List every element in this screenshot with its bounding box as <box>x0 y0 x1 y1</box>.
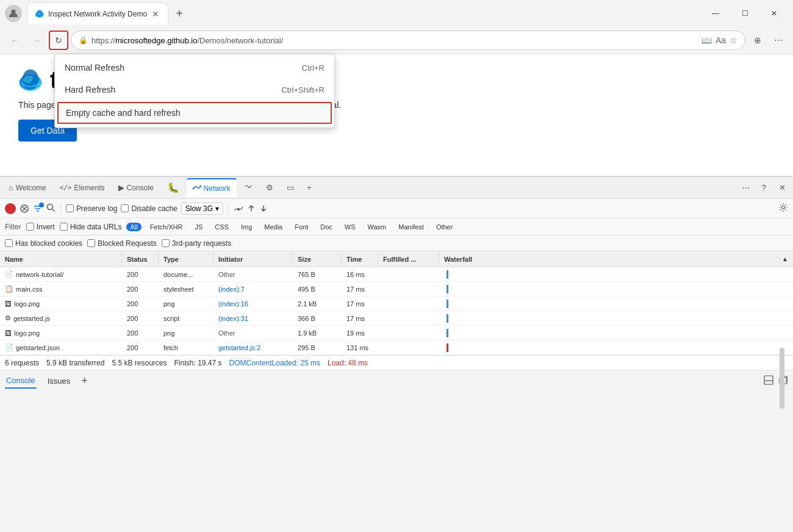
third-party-input[interactable] <box>162 239 170 247</box>
tab-performance[interactable] <box>238 179 259 196</box>
collections-icon[interactable]: ⊕ <box>748 31 767 50</box>
normal-refresh-menu-item[interactable]: Normal Refresh Ctrl+R <box>55 57 334 79</box>
filter-ws-button[interactable]: WS <box>341 223 359 231</box>
filter-media-button[interactable]: Media <box>260 223 286 231</box>
back-button[interactable]: ← <box>5 31 24 50</box>
header-name[interactable]: Name <box>0 251 122 267</box>
translate-icon[interactable]: Aa <box>716 35 726 45</box>
hard-refresh-menu-item[interactable]: Hard Refresh Ctrl+Shift+R <box>55 79 334 101</box>
close-button[interactable]: ✕ <box>760 4 788 23</box>
filter-icon-container[interactable] <box>33 204 43 214</box>
preserve-log-label: Preserve log <box>76 204 117 213</box>
upload-icon[interactable] <box>247 204 256 213</box>
invert-input[interactable] <box>26 223 34 231</box>
initiator-link-1[interactable]: (index):7 <box>218 286 245 293</box>
active-tab[interactable]: Inspect Network Activity Demo ✕ <box>27 2 168 24</box>
blocked-cookies-input[interactable] <box>5 239 13 247</box>
invert-checkbox[interactable]: Invert <box>26 223 55 231</box>
reader-icon[interactable]: 📖 <box>702 35 712 45</box>
waterfall-5 <box>444 343 448 352</box>
tab-elements[interactable]: </> Elements <box>54 180 111 196</box>
throttle-select[interactable]: Slow 3G ▾ <box>181 203 223 215</box>
search-button[interactable] <box>46 203 56 214</box>
initiator-link-2[interactable]: (index):16 <box>218 300 248 307</box>
filter-js-button[interactable]: JS <box>191 223 206 231</box>
blocked-requests-checkbox[interactable]: Blocked Requests <box>87 239 157 248</box>
minimize-button[interactable]: — <box>702 4 730 23</box>
waterfall-scrollbar[interactable] <box>780 348 784 409</box>
add-bottom-tab-button[interactable]: + <box>81 375 88 387</box>
tab-close-button[interactable]: ✕ <box>151 9 160 19</box>
table-row[interactable]: 📋 main.css 200 stylesheet (index):7 495 … <box>0 282 793 297</box>
header-waterfall[interactable]: Waterfall ▲ <box>439 251 793 267</box>
preserve-log-checkbox[interactable]: Preserve log <box>66 204 117 213</box>
header-size[interactable]: Size <box>293 251 342 267</box>
hide-data-urls-checkbox[interactable]: Hide data URLs <box>60 223 122 231</box>
preserve-log-input[interactable] <box>66 204 74 212</box>
download-icon[interactable] <box>259 204 268 213</box>
tab-debug[interactable]: 🐛 <box>161 178 185 197</box>
initiator-link-5[interactable]: getstarted.js:2 <box>218 344 260 351</box>
record-button[interactable] <box>5 203 16 214</box>
header-type[interactable]: Type <box>159 251 214 267</box>
filter-other-button[interactable]: Other <box>432 223 457 231</box>
address-bar[interactable]: 🔒 https://microsoftedge.github.io/Demos/… <box>71 31 745 50</box>
header-status[interactable]: Status <box>122 251 159 267</box>
cell-type-3: script <box>159 311 214 325</box>
filter-doc-button[interactable]: Doc <box>317 223 336 231</box>
maximize-button[interactable]: ☐ <box>731 4 759 23</box>
tab-device[interactable]: ▭ <box>281 179 300 196</box>
debug-icon: 🐛 <box>167 182 179 193</box>
table-row[interactable]: ⚙ getstarted.js 200 script (index):31 36… <box>0 311 793 326</box>
header-initiator[interactable]: Initiator <box>214 251 293 267</box>
empty-cache-menu-item[interactable]: Empty cache and hard refresh <box>57 102 332 124</box>
filter-fetch-button[interactable]: Fetch/XHR <box>146 223 187 231</box>
table-row[interactable]: 🖼 logo.png 200 png Other 1.9 kB 19 ms <box>0 326 793 340</box>
tab-settings-dt[interactable]: ⚙ <box>260 179 279 196</box>
filter-font-button[interactable]: Font <box>291 223 312 231</box>
file-icon-2: 🖼 <box>5 300 12 307</box>
dock-icon[interactable] <box>764 375 773 387</box>
header-fulfilled[interactable]: Fulfilled ... <box>378 251 439 267</box>
bottom-tab-console[interactable]: Console <box>5 373 37 389</box>
tab-welcome[interactable]: ⌂ Welcome <box>2 179 52 196</box>
blocked-cookies-checkbox[interactable]: Has blocked cookies <box>5 239 82 248</box>
cell-name-0: 📄 network-tutorial/ <box>0 267 122 281</box>
bottom-tab-issues[interactable]: Issues <box>46 374 72 388</box>
tab-console[interactable]: ▶ Console <box>112 179 160 196</box>
filter-img-button[interactable]: Img <box>237 223 256 231</box>
close-devtools-button[interactable]: ✕ <box>773 179 791 196</box>
network-settings-icon[interactable] <box>778 203 788 215</box>
initiator-link-3[interactable]: (index):31 <box>218 315 248 322</box>
blocked-requests-input[interactable] <box>87 239 95 247</box>
filter-wasm-button[interactable]: Wasm <box>364 223 390 231</box>
filter-css-button[interactable]: CSS <box>211 223 232 231</box>
filter-all-button[interactable]: All <box>126 223 141 231</box>
tab-add[interactable]: + <box>301 180 318 196</box>
table-row[interactable]: 🖼 logo.png 200 png (index):16 2.1 kB 17 … <box>0 297 793 311</box>
header-time[interactable]: Time <box>342 251 378 267</box>
more-tools-button[interactable]: ⋯ <box>737 179 754 196</box>
requests-count: 6 requests <box>5 359 39 367</box>
table-row[interactable]: 📄 getstarted.json 200 fetch getstarted.j… <box>0 340 793 355</box>
star-icon[interactable]: ☆ <box>730 35 737 45</box>
tab-network[interactable]: Network <box>187 178 237 197</box>
cell-name-4: 🖼 logo.png <box>0 326 122 340</box>
new-tab-button[interactable]: + <box>171 5 188 22</box>
filter-manifest-button[interactable]: Manifest <box>395 223 428 231</box>
clear-button[interactable] <box>20 204 29 214</box>
cell-name-3: ⚙ getstarted.js <box>0 311 122 325</box>
disable-cache-input[interactable] <box>121 204 129 212</box>
menu-button[interactable]: ⋯ <box>769 31 788 50</box>
cell-waterfall-4 <box>439 326 793 340</box>
waterfall-1 <box>444 285 448 293</box>
disable-cache-checkbox[interactable]: Disable cache <box>121 204 177 213</box>
refresh-button[interactable]: ↻ <box>49 31 68 50</box>
table-row[interactable]: 📄 network-tutorial/ 200 docume... Other … <box>0 267 793 282</box>
help-button[interactable]: ? <box>755 179 772 196</box>
hide-data-urls-input[interactable] <box>60 223 68 231</box>
forward-button[interactable]: → <box>27 31 46 50</box>
network-conditions-icon[interactable] <box>234 204 243 214</box>
profile-icon[interactable] <box>5 5 22 22</box>
third-party-checkbox[interactable]: 3rd-party requests <box>162 239 231 248</box>
